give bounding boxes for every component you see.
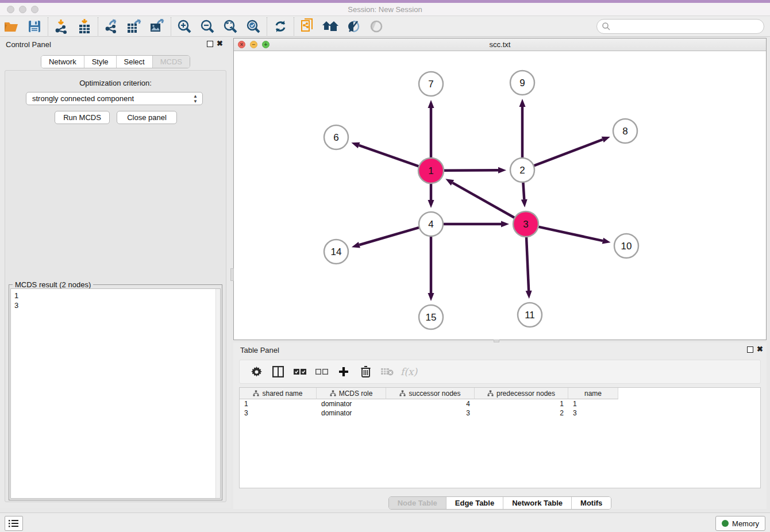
column-header-predecessor-nodes[interactable]: predecessor nodes [475, 388, 568, 399]
refresh-icon[interactable] [269, 17, 292, 36]
column-header-shared-name[interactable]: shared name [240, 388, 317, 399]
task-history-button[interactable] [5, 516, 23, 531]
zoom-fit-icon[interactable] [219, 17, 242, 36]
optimization-criterion-select[interactable]: strongly connected component ▲▼ [26, 92, 203, 105]
network-window-titlebar[interactable]: × − + scc.txt [234, 38, 766, 51]
arrowhead-1-2 [498, 167, 506, 174]
delete-table-icon[interactable] [376, 362, 398, 381]
column-header-MCDS-role[interactable]: MCDS role [317, 388, 386, 399]
save-session-icon[interactable] [23, 17, 46, 36]
cell-successor-nodes[interactable]: 3 [386, 408, 475, 418]
arrowhead-3-11 [526, 291, 532, 299]
node-label-14: 14 [331, 246, 342, 257]
memory-label: Memory [732, 519, 759, 528]
tab-node-table[interactable]: Node Table [389, 497, 446, 509]
table-row[interactable]: 3dominator323 [240, 408, 760, 418]
node-label-2: 2 [519, 165, 525, 176]
table-panel-title: Table Panel [240, 346, 279, 354]
float-panel-icon[interactable] [207, 41, 213, 47]
network-window-title: scc.txt [234, 40, 766, 49]
home-icon[interactable] [319, 17, 342, 36]
gear-icon[interactable] [245, 362, 267, 381]
toolbar-separator [48, 17, 48, 36]
float-table-panel-icon[interactable] [747, 346, 753, 353]
arrowhead-2-8 [602, 137, 610, 142]
birdseye-view-icon[interactable] [365, 17, 388, 36]
edge-3-10[interactable] [538, 227, 602, 241]
import-network-icon[interactable] [50, 17, 73, 36]
table-header-row: shared nameMCDS rolesuccessor nodesprede… [240, 388, 760, 399]
tab-edge-table[interactable]: Edge Table [446, 497, 503, 509]
cell-successor-nodes[interactable]: 4 [386, 399, 475, 408]
clone-network-icon[interactable] [296, 17, 319, 36]
tab-network[interactable]: Network [41, 56, 84, 68]
mcds-result-textarea[interactable]: 1 3 [10, 288, 221, 499]
import-table-icon[interactable] [73, 17, 96, 36]
tab-motifs[interactable]: Motifs [571, 497, 611, 509]
deselect-all-icon[interactable] [311, 362, 333, 381]
node-label-6: 6 [333, 132, 338, 143]
zoom-out-icon[interactable] [196, 17, 219, 36]
close-panel-icon[interactable]: ✖ [217, 39, 223, 48]
export-network-icon[interactable] [100, 17, 123, 36]
cell-shared-name[interactable]: 3 [240, 408, 317, 418]
edge-4-14[interactable] [359, 228, 419, 245]
zoom-in-icon[interactable] [173, 17, 196, 36]
edge-2-8[interactable] [534, 140, 603, 166]
mcds-result-text: 1 3 [14, 291, 18, 310]
edge-3-11[interactable] [526, 237, 529, 291]
cell-name[interactable]: 1 [568, 399, 618, 408]
add-icon[interactable] [333, 362, 355, 381]
column-header-name[interactable]: name [568, 388, 618, 399]
show-hide-panels-icon[interactable] [342, 17, 365, 36]
titlebar: Session: New Session [0, 3, 770, 16]
mcds-result-title: MCDS result (2 nodes) [13, 280, 93, 289]
edge-1-2[interactable] [444, 170, 498, 171]
tab-select[interactable]: Select [116, 56, 152, 68]
network-canvas[interactable]: 7968124314101511 [234, 51, 766, 340]
close-table-panel-icon[interactable]: ✖ [757, 345, 763, 353]
cell-predecessor-nodes[interactable]: 2 [475, 408, 568, 418]
edge-3-1[interactable] [452, 183, 514, 218]
tab-mcds[interactable]: MCDS [152, 56, 190, 68]
edge-2-3[interactable] [523, 182, 524, 199]
sort-tree-icon [487, 390, 494, 396]
memory-button[interactable]: Memory [715, 516, 765, 531]
table-row[interactable]: 1dominator411 [240, 399, 760, 408]
close-panel-button[interactable]: Close panel [117, 111, 177, 124]
mcds-result-group: MCDS result (2 nodes) 1 3 [9, 284, 222, 500]
node-label-15: 15 [426, 312, 437, 323]
tab-style[interactable]: Style [84, 56, 116, 68]
node-table[interactable]: shared nameMCDS rolesuccessor nodesprede… [239, 387, 761, 488]
splitter-grip-left[interactable] [230, 268, 234, 281]
export-image-icon[interactable] [146, 17, 169, 36]
arrowhead-4-14 [352, 242, 360, 248]
search-input[interactable] [611, 20, 764, 33]
export-table-icon[interactable] [123, 17, 146, 36]
trash-icon[interactable] [355, 362, 376, 381]
node-label-4: 4 [428, 219, 433, 230]
node-label-10: 10 [621, 241, 632, 252]
tab-network-table[interactable]: Network Table [503, 497, 571, 509]
cell-predecessor-nodes[interactable]: 1 [475, 399, 568, 408]
cell-shared-name[interactable]: 1 [240, 399, 317, 408]
status-bar: Memory [0, 512, 770, 532]
cell-MCDS-role[interactable]: dominator [317, 408, 386, 418]
select-all-icon[interactable] [289, 362, 311, 381]
arrowhead-2-9 [519, 99, 526, 107]
cell-name[interactable]: 3 [568, 408, 618, 418]
column-header-successor-nodes[interactable]: successor nodes [386, 388, 475, 399]
function-builder-icon[interactable]: f(x) [401, 366, 417, 377]
run-mcds-button[interactable]: Run MCDS [55, 111, 110, 124]
columns-icon[interactable] [267, 362, 289, 381]
optimization-criterion-label: Optimization criterion: [5, 79, 226, 87]
open-folder-icon[interactable] [0, 17, 23, 36]
search-box[interactable] [596, 19, 764, 34]
cell-MCDS-role[interactable]: dominator [317, 399, 386, 408]
arrowhead-2-3 [521, 199, 528, 207]
edge-1-6[interactable] [359, 145, 419, 167]
zoom-selected-icon[interactable] [242, 17, 265, 36]
arrowhead-1-4 [428, 200, 434, 208]
result-scrollbar[interactable] [215, 289, 220, 498]
control-panel-title: Control Panel [6, 40, 51, 49]
